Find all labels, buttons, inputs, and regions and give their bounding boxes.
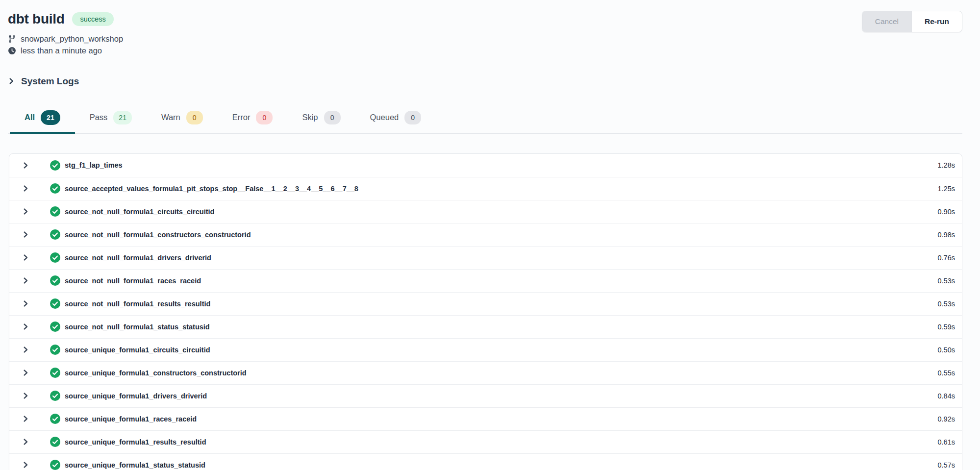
success-check-icon	[50, 229, 60, 240]
chevron-right-icon	[8, 77, 15, 85]
result-row[interactable]: source_unique_formula1_status_statusid 0…	[9, 453, 962, 470]
result-row[interactable]: source_unique_formula1_results_resultid …	[9, 430, 962, 453]
status-badge: success	[72, 12, 113, 26]
result-duration: 0.59s	[938, 323, 955, 331]
expand-chevron-icon[interactable]	[22, 461, 29, 469]
result-duration: 0.53s	[938, 277, 955, 285]
success-check-icon	[50, 252, 60, 263]
result-name: source_not_null_formula1_results_resulti…	[65, 300, 210, 308]
result-row[interactable]: stg_f1_lap_times 1.28s	[9, 154, 962, 177]
result-row[interactable]: source_unique_formula1_races_raceid 0.92…	[9, 407, 962, 430]
success-check-icon	[50, 391, 60, 401]
status-tab[interactable]: Error 0	[218, 106, 288, 134]
expand-chevron-icon[interactable]	[22, 277, 29, 284]
tab-count-badge: 0	[256, 111, 273, 124]
status-tab[interactable]: Warn 0	[147, 106, 218, 134]
result-row[interactable]: source_not_null_formula1_circuits_circui…	[9, 200, 962, 223]
page-title: dbt build	[8, 11, 64, 27]
result-name: source_not_null_formula1_drivers_driveri…	[65, 254, 211, 262]
result-row[interactable]: source_accepted_values_formula1_pit_stop…	[9, 177, 962, 200]
success-check-icon	[50, 437, 60, 447]
success-check-icon	[50, 206, 60, 217]
success-check-icon	[50, 183, 60, 194]
result-duration: 0.57s	[938, 461, 955, 469]
tab-label: All	[25, 113, 35, 122]
result-name: source_unique_formula1_results_resultid	[65, 438, 206, 446]
result-duration: 0.92s	[938, 415, 955, 423]
expand-chevron-icon[interactable]	[22, 415, 29, 422]
system-logs-label: System Logs	[21, 76, 79, 87]
success-check-icon	[50, 160, 60, 171]
expand-chevron-icon[interactable]	[22, 392, 29, 399]
rerun-button[interactable]: Re-run	[911, 11, 962, 32]
result-duration: 0.84s	[938, 392, 955, 400]
result-duration: 0.90s	[938, 208, 955, 216]
result-duration: 1.25s	[938, 185, 955, 193]
expand-chevron-icon[interactable]	[22, 369, 29, 376]
result-duration: 0.98s	[938, 231, 955, 239]
result-name: source_unique_formula1_constructors_cons…	[65, 369, 247, 377]
result-row[interactable]: source_not_null_formula1_constructors_co…	[9, 223, 962, 246]
result-name: source_accepted_values_formula1_pit_stop…	[65, 185, 358, 193]
result-duration: 0.50s	[938, 346, 955, 354]
expand-chevron-icon[interactable]	[22, 208, 29, 215]
run-header: dbt build success Cancel Re-run	[8, 8, 962, 32]
result-name: source_unique_formula1_status_statusid	[65, 461, 205, 469]
result-row[interactable]: source_not_null_formula1_status_statusid…	[9, 315, 962, 338]
result-row[interactable]: source_not_null_formula1_results_resulti…	[9, 292, 962, 315]
expand-chevron-icon[interactable]	[22, 300, 29, 307]
results-list: stg_f1_lap_times 1.28s source_accepted_v…	[9, 153, 962, 470]
result-row[interactable]: source_unique_formula1_drivers_driverid …	[9, 384, 962, 407]
time-info: less than a minute ago	[8, 46, 962, 55]
tab-label: Warn	[161, 113, 180, 122]
system-logs-toggle[interactable]: System Logs	[8, 76, 79, 87]
tab-count-badge: 0	[186, 111, 203, 124]
expand-chevron-icon[interactable]	[22, 438, 29, 445]
title-wrap: dbt build success	[8, 8, 114, 30]
result-row[interactable]: source_not_null_formula1_races_raceid 0.…	[9, 269, 962, 292]
status-tab[interactable]: All 21	[10, 106, 75, 134]
run-actions: Cancel Re-run	[862, 11, 962, 32]
status-tab[interactable]: Queued 0	[355, 106, 436, 134]
result-duration: 0.55s	[938, 369, 955, 377]
result-name: source_unique_formula1_races_raceid	[65, 415, 197, 423]
tab-count-badge: 0	[324, 111, 341, 124]
time-ago: less than a minute ago	[21, 46, 102, 55]
clock-icon	[8, 47, 16, 55]
expand-chevron-icon[interactable]	[22, 185, 29, 192]
result-duration: 0.76s	[938, 254, 955, 262]
success-check-icon	[50, 298, 60, 309]
run-meta: snowpark_python_workshop less than a min…	[8, 34, 962, 55]
result-name: stg_f1_lap_times	[65, 161, 123, 169]
expand-chevron-icon[interactable]	[22, 346, 29, 353]
result-duration: 0.61s	[938, 438, 955, 446]
expand-chevron-icon[interactable]	[22, 254, 29, 261]
result-duration: 1.28s	[938, 161, 955, 169]
result-name: source_unique_formula1_drivers_driverid	[65, 392, 207, 400]
tab-label: Error	[232, 113, 251, 122]
result-duration: 0.53s	[938, 300, 955, 308]
result-row[interactable]: source_unique_formula1_circuits_circuiti…	[9, 338, 962, 361]
status-tabs: All 21 Pass 21 Warn 0 Error 0 Skip 0	[8, 106, 962, 134]
result-row[interactable]: source_not_null_formula1_drivers_driveri…	[9, 246, 962, 269]
success-check-icon	[50, 275, 60, 286]
success-check-icon	[50, 414, 60, 424]
success-check-icon	[50, 322, 60, 332]
result-row[interactable]: source_unique_formula1_constructors_cons…	[9, 361, 962, 384]
result-name: source_not_null_formula1_constructors_co…	[65, 231, 251, 239]
tab-label: Queued	[370, 113, 399, 122]
success-check-icon	[50, 368, 60, 378]
tab-count-badge: 21	[113, 111, 132, 124]
tab-count-badge: 21	[41, 110, 60, 125]
git-branch-icon	[8, 35, 16, 43]
branch-name: snowpark_python_workshop	[21, 34, 123, 44]
expand-chevron-icon[interactable]	[22, 323, 29, 330]
tab-label: Skip	[302, 113, 318, 122]
expand-chevron-icon[interactable]	[22, 231, 29, 238]
cancel-button[interactable]: Cancel	[862, 11, 911, 32]
result-name: source_not_null_formula1_races_raceid	[65, 277, 201, 285]
status-tab[interactable]: Pass 21	[75, 106, 147, 134]
run-detail-page: dbt build success Cancel Re-run snowpark…	[0, 0, 980, 470]
expand-chevron-icon[interactable]	[22, 162, 29, 169]
status-tab[interactable]: Skip 0	[287, 106, 355, 134]
